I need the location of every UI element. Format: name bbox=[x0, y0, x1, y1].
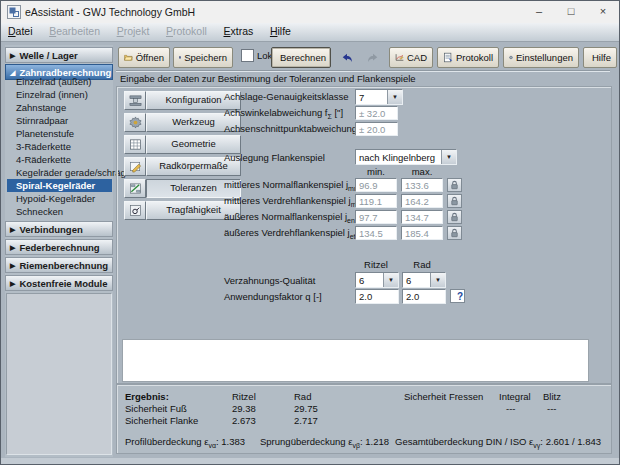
jmn-max-field bbox=[401, 178, 443, 192]
cad-button[interactable]: CAD bbox=[389, 47, 433, 68]
folder-open-icon bbox=[124, 51, 133, 64]
jen-lock-button[interactable] bbox=[447, 210, 462, 224]
gear-icon bbox=[509, 51, 513, 64]
menu-hilfe[interactable]: Hilfe bbox=[263, 23, 298, 37]
help-label: Hilfe bbox=[592, 52, 611, 63]
grid-icon bbox=[124, 135, 146, 154]
close-icon[interactable]: × bbox=[587, 1, 619, 22]
chevron-right-icon: ▶ bbox=[10, 280, 15, 287]
sidebar-item-4-raederkette[interactable]: 4-Räderkette bbox=[7, 153, 112, 166]
protocol-label: Protokoll bbox=[456, 52, 493, 63]
pencil-sheet-icon bbox=[124, 157, 146, 176]
sidebar-section-welle-lager[interactable]: ▶ Welle / Lager bbox=[5, 47, 113, 63]
calculate-button[interactable]: Berechnen bbox=[271, 47, 331, 68]
sidebar-item-schnecken[interactable]: Schnecken bbox=[7, 205, 112, 218]
qualitaet-label: Verzahnungs-Qualität bbox=[224, 275, 315, 286]
min-column-header: min. bbox=[355, 166, 397, 177]
help-button[interactable]: Hilfe bbox=[583, 47, 617, 68]
save-button[interactable]: Speichern bbox=[173, 47, 233, 68]
qualitaet-rad-dropdown[interactable]: 6 ▼ bbox=[402, 272, 446, 288]
results-integral-header: Integral bbox=[499, 391, 531, 402]
menu-extras[interactable]: Extras bbox=[216, 23, 260, 37]
jmn-lock-button[interactable] bbox=[447, 178, 462, 192]
section-label: Federberechnung bbox=[19, 242, 99, 253]
redo-button bbox=[361, 47, 385, 68]
open-button[interactable]: Öffnen bbox=[118, 47, 170, 68]
menu-bearbeiten: Bearbeiten bbox=[42, 23, 107, 37]
sidebar-section-riemenberechnung[interactable]: ▶ Riemenberechnung bbox=[5, 257, 113, 273]
maximize-icon[interactable]: □ bbox=[555, 1, 587, 22]
chevron-down-icon: ▼ bbox=[392, 94, 398, 100]
sidebar-section-federberechnung[interactable]: ▶ Federberechnung bbox=[5, 239, 113, 255]
calculate-label: Berechnen bbox=[280, 52, 326, 63]
jet-lock-button[interactable] bbox=[447, 226, 462, 240]
qualitaet-ritzel-dropdown[interactable]: 6 ▼ bbox=[355, 272, 399, 288]
dropdown-button[interactable]: ▼ bbox=[387, 90, 402, 104]
achslage-dropdown[interactable]: 7 ▼ bbox=[355, 89, 403, 105]
profiluberdeckung-value: Profilüberdeckung εvα: 1.383 bbox=[125, 436, 245, 449]
dropdown-button[interactable]: ▼ bbox=[383, 273, 398, 287]
anwendung-help-button[interactable]: ? bbox=[450, 289, 465, 303]
sigma-icon bbox=[124, 201, 146, 220]
qualitaet-ritzel-value: 6 bbox=[356, 273, 383, 287]
sidebar-item-zahnstange[interactable]: Zahnstange bbox=[7, 101, 112, 114]
achswinkel-label: Achswinkelabweichung fΣ ["] bbox=[224, 107, 343, 120]
sidebar-item-planetenstufe[interactable]: Planetenstufe bbox=[7, 127, 112, 140]
settings-button[interactable]: Einstellungen bbox=[503, 47, 579, 68]
menu-datei[interactable]: Datei bbox=[1, 23, 40, 37]
sidebar-section-verbindungen[interactable]: ▶ Verbindungen bbox=[5, 221, 113, 237]
document-icon bbox=[443, 51, 453, 64]
minimize-icon[interactable]: – bbox=[523, 1, 555, 22]
anwendung-rad-field[interactable] bbox=[402, 289, 446, 304]
max-column-header: max. bbox=[401, 166, 443, 177]
info-bar-text: Eingabe der Daten zur Bestimmung der Tol… bbox=[120, 73, 416, 84]
anwendung-ritzel-field[interactable] bbox=[355, 289, 399, 304]
dropdown-button[interactable]: ▼ bbox=[441, 150, 456, 164]
results-title: Ergebnis: bbox=[125, 391, 169, 402]
sidebar-item-stirnradpaar[interactable]: Stirnradpaar bbox=[7, 114, 112, 127]
sicherheit-flanke-label: Sicherheit Flanke bbox=[125, 415, 198, 426]
results-fressen-header: Sicherheit Fressen bbox=[404, 391, 483, 402]
auslegung-value: nach Klingelnberg bbox=[356, 150, 441, 164]
chevron-down-icon: ▼ bbox=[435, 277, 441, 283]
section-label: Verbindungen bbox=[19, 224, 82, 235]
section-label: Welle / Lager bbox=[19, 50, 77, 61]
sidebar-item-hypoid-kegelraeder[interactable]: Hypoid-Kegelräder bbox=[7, 192, 112, 205]
sicherheit-fuss-integral: --- bbox=[506, 403, 516, 414]
chevron-right-icon: ▶ bbox=[10, 52, 15, 59]
jmt-lock-button[interactable] bbox=[447, 194, 462, 208]
floppy-disk-icon bbox=[179, 51, 181, 64]
machine-icon bbox=[124, 91, 146, 110]
sidebar-item-einzelrad-aussen[interactable]: Einzelrad (außen) bbox=[7, 75, 112, 88]
sicherheit-fuss-rad: 29.75 bbox=[294, 403, 318, 414]
jmt-min-field bbox=[355, 194, 397, 208]
sidebar-item-3-raederkette[interactable]: 3-Räderkette bbox=[7, 140, 112, 153]
sicherheit-fuss-label: Sicherheit Fuß bbox=[125, 403, 187, 414]
results-ritzel-header: Ritzel bbox=[232, 391, 256, 402]
auslegung-dropdown[interactable]: nach Klingelnberg ▼ bbox=[355, 149, 457, 165]
undo-button[interactable] bbox=[335, 47, 359, 68]
cad-drawing-icon bbox=[395, 51, 404, 64]
jet-label: äußeres Verdrehflankenspiel jet [µm] bbox=[224, 227, 377, 240]
window-bottom-edge bbox=[1, 458, 619, 464]
sidebar-item-kegelraeder[interactable]: Kegelräder gerade/schräg bbox=[7, 166, 112, 179]
sidebar-item-einzelrad-innen[interactable]: Einzelrad (innen) bbox=[7, 88, 112, 101]
cad-label: CAD bbox=[407, 52, 427, 63]
sidebar-item-spiral-kegelraeder[interactable]: Spiral-Kegelräder bbox=[7, 179, 112, 192]
lokal-checkbox[interactable] bbox=[241, 49, 254, 62]
sidebar-section-kostenfreie-module[interactable]: ▶ Kostenfreie Module bbox=[5, 275, 113, 291]
window-title: eAssistant - GWJ Technology GmbH bbox=[25, 6, 195, 18]
jen-label: äußeres Normalflankenspiel jen [µm] bbox=[224, 211, 376, 224]
qualitaet-rad-value: 6 bbox=[403, 273, 430, 287]
results-blitz-header: Blitz bbox=[543, 391, 561, 402]
achsenschnitt-field bbox=[355, 122, 398, 136]
undo-icon bbox=[341, 52, 353, 64]
protocol-button[interactable]: Protokoll bbox=[437, 47, 499, 68]
achslage-value: 7 bbox=[356, 90, 387, 104]
chevron-right-icon: ▶ bbox=[10, 262, 15, 269]
sicherheit-flanke-rad: 2.717 bbox=[294, 415, 318, 426]
rad-column-header: Rad bbox=[401, 259, 443, 270]
dropdown-button[interactable]: ▼ bbox=[430, 273, 445, 287]
menu-protokoll: Protokoll bbox=[159, 23, 214, 37]
save-label: Speichern bbox=[184, 52, 227, 63]
